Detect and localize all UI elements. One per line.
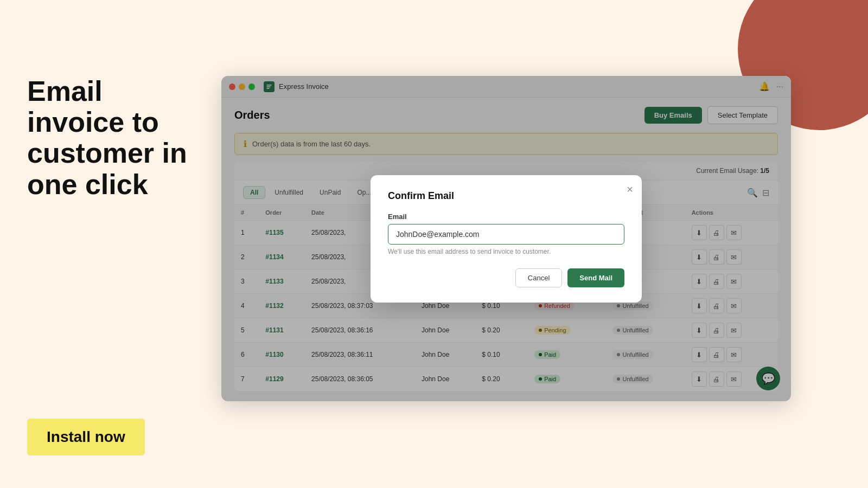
promo-headline: Email invoice to customer in one click (27, 76, 200, 200)
cancel-button[interactable]: Cancel (515, 268, 562, 287)
modal-close-button[interactable]: × (627, 184, 633, 195)
install-button[interactable]: Install now (27, 419, 145, 455)
email-input[interactable] (388, 224, 624, 245)
modal-overlay[interactable]: × Confirm Email Email We'll use this ema… (221, 76, 791, 401)
app-window: Express Invoice 🔔 ··· Orders Buy Emails … (221, 76, 791, 401)
confirm-email-modal: × Confirm Email Email We'll use this ema… (371, 175, 642, 303)
promo-section: Email invoice to customer in one click I… (0, 0, 221, 488)
modal-hint: We'll use this email address to send inv… (388, 248, 624, 255)
modal-actions: Cancel Send Mail (388, 268, 624, 287)
email-label: Email (388, 213, 624, 221)
modal-title: Confirm Email (388, 190, 624, 202)
send-mail-button[interactable]: Send Mail (567, 268, 624, 287)
